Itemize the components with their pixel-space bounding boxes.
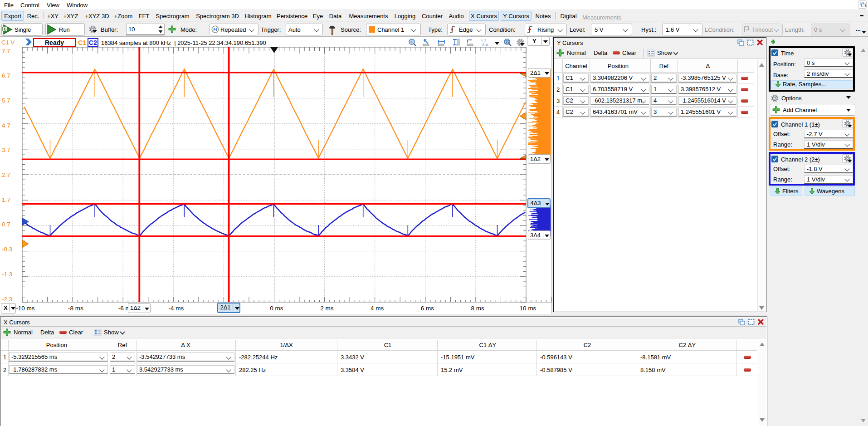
svg-text:-8 ms: -8 ms <box>68 305 83 312</box>
svg-text:10 ms: 10 ms <box>520 305 536 312</box>
svg-text:0 ms: 0 ms <box>270 305 283 312</box>
svg-text:3 4: 3 4 <box>482 43 488 47</box>
svg-text:5.7: 5.7 <box>2 97 10 104</box>
svg-text:7.7: 7.7 <box>2 48 10 54</box>
svg-text:-0.3: -0.3 <box>2 246 12 253</box>
svg-text:8 ms: 8 ms <box>471 305 485 312</box>
svg-text:-4 ms: -4 ms <box>169 305 184 312</box>
svg-text:3.7: 3.7 <box>2 147 10 153</box>
svg-text:-1.3: -1.3 <box>2 271 12 278</box>
svg-text:0.7: 0.7 <box>2 221 10 228</box>
svg-text:2 ms: 2 ms <box>320 305 334 312</box>
svg-text:-10 ms: -10 ms <box>16 305 35 312</box>
svg-text:1.7: 1.7 <box>2 196 10 203</box>
svg-text:4 ms: 4 ms <box>371 305 384 312</box>
svg-text:1: 1 <box>411 40 413 44</box>
svg-text:6.7: 6.7 <box>2 72 10 79</box>
svg-text:4.7: 4.7 <box>2 122 10 129</box>
svg-text:6 ms: 6 ms <box>421 305 434 312</box>
svg-text:2.7: 2.7 <box>2 171 10 178</box>
svg-text:-2.3: -2.3 <box>2 296 12 303</box>
